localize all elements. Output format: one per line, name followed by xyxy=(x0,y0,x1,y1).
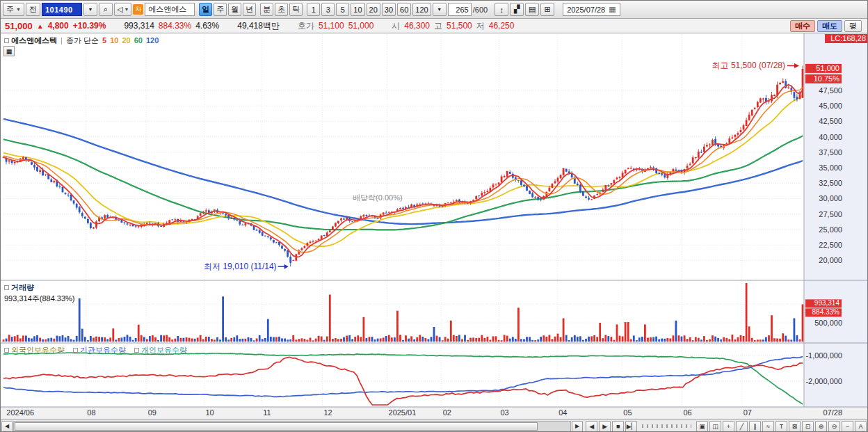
interval-buttons: 13510203060120 xyxy=(307,3,431,16)
svg-text:993,314: 993,314 xyxy=(814,299,840,307)
capture-icon[interactable]: ▣ xyxy=(696,421,708,432)
parallel-lines-icon[interactable]: ∥ xyxy=(749,421,761,432)
interval-20-button[interactable]: 20 xyxy=(367,3,380,16)
interval-60-button[interactable]: 60 xyxy=(397,3,411,16)
scale-icon[interactable]: ↕ xyxy=(495,3,508,16)
scroll-right-button[interactable]: ▶ xyxy=(572,421,583,432)
toolbar-icon-buttons: ↕▞▤⊞ xyxy=(495,3,554,16)
settings-icon[interactable]: ⊞ xyxy=(540,3,554,16)
chart-area[interactable]: 47,50045,00042,50040,00037,50035,00032,5… xyxy=(1,33,868,419)
date-picker[interactable]: 2025/07/28 ▦ xyxy=(563,3,620,16)
legend-stock-name: 에스앤에스텍 xyxy=(11,36,57,45)
foreign-holdings-label-text: 외국인보유수량 xyxy=(11,346,65,354)
turnover-percent: 4.63% xyxy=(195,21,219,31)
interval-3-button[interactable]: 3 xyxy=(321,3,335,16)
playback-controls: ◀▶■▶▏ xyxy=(586,421,637,432)
interval-5-button[interactable]: 5 xyxy=(336,3,349,16)
ma-period-labels: 5102060120 xyxy=(99,36,159,45)
svg-text:2024/06: 2024/06 xyxy=(6,408,34,417)
period-월-button[interactable]: 월 xyxy=(228,3,241,16)
mode-초-button[interactable]: 초 xyxy=(275,3,288,16)
legend-ma-type: 종가 단순 xyxy=(66,36,99,45)
chart-canvas[interactable]: 47,50045,00042,50040,00037,50035,00032,5… xyxy=(1,33,868,419)
svg-text:12: 12 xyxy=(323,408,332,417)
hoga-label: 호가 xyxy=(298,20,314,32)
speaker-icon: ◁ xyxy=(117,5,122,14)
font-size-icon[interactable]: A xyxy=(855,421,867,432)
search-icon[interactable]: ⌕ xyxy=(99,3,113,16)
svg-text:500,000: 500,000 xyxy=(814,319,842,327)
svg-text:05: 05 xyxy=(623,408,632,417)
windows-icon[interactable]: ◫ xyxy=(709,421,721,432)
chart-scrollbar[interactable] xyxy=(13,421,571,432)
legend-bullet-icon xyxy=(4,285,9,290)
eraser-icon[interactable]: ⊠ xyxy=(789,421,801,432)
period-buttons: 일주월년 xyxy=(199,3,256,16)
replay-speed-slider[interactable] xyxy=(642,424,691,428)
price-change: 4,800 xyxy=(48,21,69,31)
announcement-button[interactable]: ◁ ▼ xyxy=(114,3,131,16)
mode-분-button[interactable]: 분 xyxy=(260,3,273,16)
trendline-icon[interactable]: ╱ xyxy=(736,421,748,432)
individual-holdings-label-text: 개인보유수량 xyxy=(141,346,187,354)
reset-zoom-icon[interactable]: − xyxy=(842,421,853,432)
scrollbar-thumb[interactable] xyxy=(15,422,538,431)
interval-dropdown-button[interactable]: ▼ xyxy=(433,3,447,16)
step-button[interactable]: ▶▏ xyxy=(625,421,637,432)
svg-text:LC:168,28: LC:168,28 xyxy=(830,34,866,42)
svg-text:02: 02 xyxy=(443,408,451,417)
play-button[interactable]: ▶ xyxy=(599,421,611,432)
current-price: 51,000 xyxy=(5,21,33,31)
chart-settings-icon[interactable]: ▦ xyxy=(3,46,15,56)
interval-30-button[interactable]: 30 xyxy=(382,3,396,16)
bar-count-input[interactable]: 265 xyxy=(448,3,472,16)
interval-10-button[interactable]: 10 xyxy=(351,3,364,16)
zoom-out-icon[interactable]: ⊖ xyxy=(828,421,840,432)
zoom-in-icon[interactable]: ⊕ xyxy=(815,421,827,432)
svg-text:06: 06 xyxy=(684,408,692,417)
avg-button[interactable]: 평 xyxy=(844,20,862,32)
prev-stock-button[interactable]: 전 xyxy=(26,3,40,16)
svg-text:884.33%: 884.33% xyxy=(812,308,840,316)
period-주-button[interactable]: 주 xyxy=(214,3,227,16)
chart-kind-combo[interactable]: 주 ▼ xyxy=(3,3,24,16)
interval-1-button[interactable]: 1 xyxy=(307,3,320,16)
scroll-left-button[interactable]: ◀ xyxy=(1,421,13,432)
volume-title: 거래량 xyxy=(11,283,34,291)
open-price: 46,300 xyxy=(404,21,430,31)
svg-text:35,000: 35,000 xyxy=(819,163,842,172)
main-toolbar: 주 ▼ 전 101490 ▼ ⌕ ◁ ▼ 차 에스앤에스 일주월년 분초틱 13… xyxy=(1,1,867,19)
holdings-legend: 외국인보유수량기관보유수량개인보유수량 xyxy=(4,345,195,355)
stock-code-input[interactable]: 101490 xyxy=(42,3,82,16)
ma-period-120-label: 120 xyxy=(146,36,159,45)
chart-tool-buttons: ▣◫+╱∥≈T⊠⊡⊕⊖−A xyxy=(696,421,867,432)
period-일-button[interactable]: 일 xyxy=(199,3,212,16)
buy-button[interactable]: 매수 xyxy=(790,20,815,32)
period-년-button[interactable]: 년 xyxy=(243,3,256,16)
bottom-toolbar: ◀ ▶ ◀▶■▶▏ ▣◫+╱∥≈T⊠⊡⊕⊖−A xyxy=(1,419,867,432)
mode-틱-button[interactable]: 틱 xyxy=(289,3,303,16)
ask-price: 51,100 xyxy=(319,21,344,31)
legend-bullet-icon xyxy=(134,348,139,353)
interval-120-button[interactable]: 120 xyxy=(412,3,431,16)
crosshair-icon[interactable]: + xyxy=(723,421,734,432)
high-price: 51,500 xyxy=(447,21,472,31)
zoom-area-icon[interactable]: ⊡ xyxy=(802,421,814,432)
rewind-button[interactable]: ◀ xyxy=(586,421,597,432)
text-tool-icon[interactable]: T xyxy=(775,421,787,432)
code-dropdown-button[interactable]: ▼ xyxy=(83,3,97,16)
chart-legend: 에스앤에스텍종가 단순5102060120 xyxy=(4,35,159,46)
svg-text:최고 51,500 (07/28): 최고 51,500 (07/28) xyxy=(712,61,785,70)
svg-text:30,000: 30,000 xyxy=(819,194,842,202)
legend-bullet-icon xyxy=(4,38,9,43)
draw-icon[interactable]: ▞ xyxy=(510,3,524,16)
chart-style-icon[interactable]: ▤ xyxy=(525,3,539,16)
chart-window: 주 ▼ 전 101490 ▼ ⌕ ◁ ▼ 차 에스앤에스 일주월년 분초틱 13… xyxy=(0,0,868,432)
sell-button[interactable]: 매도 xyxy=(817,20,842,32)
volume-legend: 거래량 993,314주(884.33%) xyxy=(4,282,75,304)
up-arrow-icon: ▲ xyxy=(37,22,44,30)
stop-button[interactable]: ■ xyxy=(612,421,624,432)
wave-icon[interactable]: ≈ xyxy=(762,421,774,432)
svg-text:27,500: 27,500 xyxy=(819,210,842,218)
svg-text:07/28: 07/28 xyxy=(823,408,842,417)
